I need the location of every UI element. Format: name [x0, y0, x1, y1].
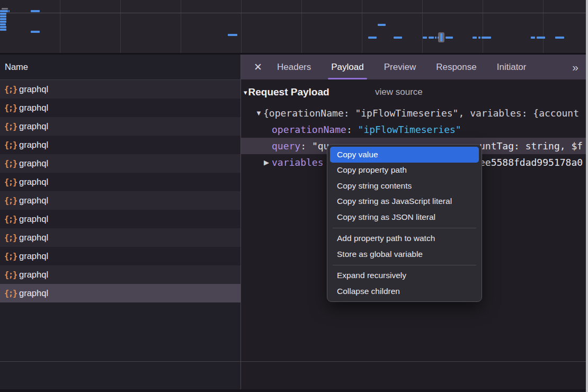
waterfall-bar[interactable] [423, 37, 427, 39]
waterfall-bar[interactable] [0, 10, 8, 12]
property-value-right: untTag: string, $f [479, 138, 583, 154]
waterfall-bar[interactable] [537, 37, 545, 39]
name-column-header[interactable]: Name [0, 55, 240, 80]
request-name-label: graphql [19, 140, 48, 150]
waterfall-bar[interactable] [0, 29, 6, 31]
overview-baseline [0, 13, 586, 13]
waterfall-bar[interactable] [446, 37, 453, 39]
property-key: query [272, 140, 300, 152]
network-request-row[interactable]: {;}graphql [0, 247, 240, 265]
waterfall-bar[interactable] [0, 13, 6, 15]
overview-gridline [422, 0, 423, 53]
panel-divider[interactable] [240, 55, 241, 389]
network-request-row[interactable]: {;}graphql [0, 154, 240, 173]
waterfall-bar[interactable] [555, 37, 564, 39]
request-list: {;}graphql{;}graphql{;}graphql{;}graphql… [0, 80, 240, 302]
waterfall-bar[interactable] [531, 37, 535, 39]
json-request-icon: {;} [4, 252, 19, 261]
menu-separator [333, 228, 476, 228]
menu-item-copy-string-contents[interactable]: Copy string contents [327, 178, 482, 194]
json-request-icon: {;} [4, 122, 19, 131]
payload-root-row[interactable]: ▼ {operationName: "ipFlowTimeseries", va… [241, 105, 586, 121]
waterfall-bar[interactable] [8, 10, 10, 12]
request-name-label: graphql [19, 121, 48, 131]
tab-label: Headers [277, 62, 311, 73]
waterfall-bar[interactable] [228, 34, 237, 36]
json-request-icon: {;} [4, 233, 19, 243]
network-request-row[interactable]: {;}graphql [0, 117, 240, 136]
request-name-label: graphql [19, 288, 48, 298]
json-request-icon: {;} [4, 177, 19, 187]
payload-summary: {operationName: "ipFlowTimeseries", vari… [263, 105, 586, 121]
waterfall-bar[interactable] [2, 8, 8, 10]
tab-response[interactable]: Response [426, 55, 487, 79]
waterfall-bar[interactable] [378, 24, 386, 26]
waterfall-bar[interactable] [473, 37, 477, 39]
menu-item-copy-property-path[interactable]: Copy property path [327, 163, 482, 179]
waterfall-bar[interactable] [0, 15, 6, 17]
network-request-row[interactable]: {;}graphql [0, 80, 240, 99]
overview-gridline [181, 0, 181, 53]
detail-tabbar: ✕ HeadersPayloadPreviewResponseInitiator… [241, 55, 586, 79]
waterfall-bar[interactable] [0, 26, 6, 28]
network-request-row[interactable]: {;}graphql [0, 228, 240, 247]
network-request-row[interactable]: {;}graphql [0, 210, 240, 228]
json-request-icon: {;} [4, 85, 19, 94]
request-name-label: graphql [19, 158, 48, 168]
waterfall-bar[interactable] [394, 37, 402, 39]
tab-preview[interactable]: Preview [374, 55, 426, 79]
waterfall-bar[interactable] [0, 21, 6, 23]
network-overview[interactable] [0, 0, 586, 55]
waterfall-bar[interactable] [0, 18, 6, 20]
tab-payload[interactable]: Payload [321, 55, 373, 79]
tabs: HeadersPayloadPreviewResponseInitiator [267, 55, 536, 79]
tab-headers[interactable]: Headers [267, 55, 321, 79]
waterfall-bar[interactable] [368, 37, 377, 39]
waterfall-bar[interactable] [478, 37, 480, 39]
menu-item-copy-string-as-json-literal[interactable]: Copy string as JSON literal [327, 209, 482, 225]
menu-item-collapse-children[interactable]: Collapse children [327, 283, 482, 299]
requests-panel: Name {;}graphql{;}graphql{;}graphql{;}gr… [0, 55, 240, 389]
waterfall-bar[interactable] [482, 37, 491, 39]
payload-row-operationname[interactable]: operationName: "ipFlowTimeseries" [241, 121, 586, 138]
request-name-label: graphql [19, 195, 48, 206]
overview-gridline [362, 0, 362, 53]
tab-initiator[interactable]: Initiator [487, 55, 537, 79]
property-value: "ipFlowTimeseries" [358, 124, 461, 135]
overview-gridline [483, 0, 483, 53]
network-request-row[interactable]: {;}graphql [0, 265, 240, 284]
name-column-label: Name [5, 62, 28, 72]
close-icon[interactable]: ✕ [249, 61, 267, 73]
waterfall-bar[interactable] [435, 37, 436, 39]
request-name-label: graphql [19, 270, 48, 280]
network-request-row[interactable]: {;}graphql [0, 191, 240, 210]
network-request-row[interactable]: {;}graphql [0, 136, 240, 154]
table-footer-divider [0, 361, 586, 362]
menu-item-store-as-global-variable[interactable]: Store as global variable [327, 246, 482, 262]
more-tabs-icon[interactable]: » [572, 61, 577, 74]
waterfall-bar[interactable] [0, 23, 6, 25]
property-value-right: ee5588fdad995178a0 [479, 154, 583, 171]
overview-gridline [60, 0, 60, 53]
network-request-row[interactable]: {;}graphql [0, 99, 240, 117]
network-request-row[interactable]: {;}graphql [0, 173, 240, 191]
view-source-link[interactable]: view source [375, 87, 423, 97]
menu-item-copy-string-as-javascript-literal[interactable]: Copy string as JavaScript literal [327, 194, 482, 210]
section-title: Request Payload [248, 86, 329, 98]
collapsed-arrow-icon[interactable]: ▶ [264, 154, 269, 171]
waterfall-bar[interactable] [429, 37, 434, 39]
request-name-label: graphql [19, 103, 48, 113]
property-key: operationName [272, 124, 346, 135]
network-request-row[interactable]: {;}graphql [0, 284, 240, 302]
menu-item-copy-value[interactable]: Copy value [330, 147, 479, 163]
waterfall-bar[interactable] [31, 10, 40, 12]
expanded-arrow-icon[interactable]: ▼ [255, 105, 262, 121]
request-payload-section-header[interactable]: ▾ Request Payload view source [241, 79, 586, 105]
json-request-icon: {;} [4, 196, 19, 206]
menu-item-add-property-path-to-watch[interactable]: Add property path to watch [327, 231, 482, 247]
waterfall-bar[interactable] [31, 31, 40, 33]
section-collapse-icon[interactable]: ▾ [244, 88, 247, 96]
tab-label: Initiator [497, 62, 527, 73]
devtools-network-panel: Name {;}graphql{;}graphql{;}graphql{;}gr… [0, 0, 586, 392]
menu-item-expand-recursively[interactable]: Expand recursively [327, 268, 482, 284]
